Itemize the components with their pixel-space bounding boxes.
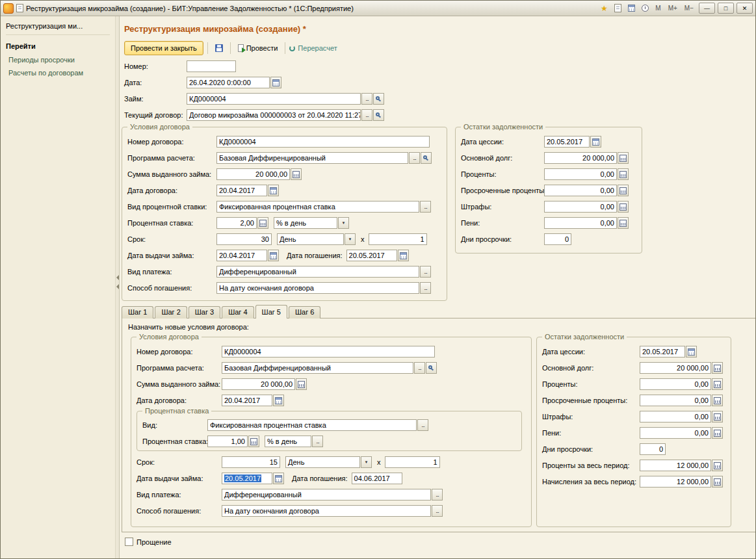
new-loan-amount-calc-button[interactable] (296, 378, 307, 390)
memory-mminus-button[interactable]: M− (682, 3, 696, 14)
penalties-calc-button[interactable] (618, 217, 629, 229)
loan-choose-button[interactable]: ... (361, 93, 372, 105)
new-rate-unit-choose-button[interactable]: ... (312, 436, 323, 447)
new-payment-type-input[interactable]: Дифференцированный (222, 489, 431, 500)
new-overdue-days-input[interactable]: 0 (640, 443, 666, 455)
tab-step-6[interactable]: Шаг 6 (289, 306, 320, 318)
penalties-input[interactable]: 0,00 (544, 217, 617, 229)
new-repayment-method-choose-button[interactable]: ... (432, 505, 443, 517)
current-contract-choose-button[interactable]: ... (361, 109, 372, 121)
calc-program-input[interactable]: Базовая Диффиренцированный (216, 152, 408, 164)
date-calendar-button[interactable] (270, 77, 281, 88)
new-cession-date-calendar-button[interactable] (686, 346, 697, 358)
period-interest-calc-button[interactable] (712, 460, 723, 471)
new-overdue-interest-calc-button[interactable] (712, 395, 723, 406)
new-cession-date-input[interactable]: 20.05.2017 (640, 346, 685, 358)
interest-input[interactable]: 0,00 (544, 168, 617, 180)
maturity-date-calendar-button[interactable] (398, 250, 409, 261)
new-rate-unit-select[interactable]: % в день (265, 436, 311, 447)
memory-m-button[interactable]: M (653, 3, 663, 14)
new-penalties-calc-button[interactable] (712, 427, 723, 439)
history-icon[interactable] (612, 3, 623, 14)
overdue-interest-input[interactable]: 0,00 (544, 185, 617, 196)
new-interest-input[interactable]: 0,00 (640, 378, 711, 390)
new-contract-number-input[interactable]: КД0000004 (222, 346, 435, 358)
new-contract-date-calendar-button[interactable] (273, 395, 284, 406)
overdue-days-input[interactable]: 0 (544, 233, 571, 245)
rate-unit-select[interactable]: % в день (274, 217, 337, 229)
loan-open-button[interactable] (373, 93, 384, 105)
rate-input[interactable]: 2,00 (216, 217, 257, 229)
new-principal-calc-button[interactable] (712, 362, 723, 374)
post-button[interactable]: Провести (235, 41, 281, 55)
loan-amount-calc-button[interactable] (291, 168, 302, 180)
new-term-unit-select[interactable]: День (285, 456, 360, 468)
close-button[interactable]: ✕ (736, 3, 753, 14)
tab-step-2[interactable]: Шаг 2 (155, 306, 187, 318)
calendar-tool-icon[interactable] (625, 3, 637, 14)
new-maturity-date-input[interactable]: 04.06.2017 (352, 473, 402, 484)
new-term-multiplier-input[interactable]: 1 (385, 456, 440, 468)
new-loan-amount-input[interactable]: 20 000,00 (222, 378, 295, 390)
contract-date-input[interactable]: 20.04.2017 (216, 185, 267, 196)
new-fines-calc-button[interactable] (712, 411, 723, 422)
sidebar-splitter[interactable] (115, 16, 120, 558)
new-term-unit-dropdown-button[interactable]: ▼ (361, 456, 372, 468)
new-calc-program-input[interactable]: Базовая Диффиренцированный (222, 362, 413, 374)
fines-calc-button[interactable] (618, 201, 629, 213)
save-button[interactable] (212, 41, 226, 55)
clock-tool-icon[interactable] (639, 3, 651, 14)
rate-type-choose-button[interactable]: ... (420, 201, 431, 213)
recalc-button[interactable]: Перерасчет (289, 44, 337, 52)
new-rate-input[interactable]: 1,00 (207, 436, 248, 447)
tab-step-3[interactable]: Шаг 3 (189, 306, 220, 318)
term-input[interactable]: 30 (216, 233, 272, 245)
memory-mplus-button[interactable]: M+ (666, 3, 680, 14)
loan-input[interactable]: КД0000004 (187, 93, 361, 105)
new-principal-input[interactable]: 20 000,00 (640, 362, 711, 374)
sidebar-link-contract-calculations[interactable]: Расчеты по договорам (8, 69, 110, 77)
contract-number-input[interactable]: КД0000004 (216, 136, 430, 148)
new-penalties-input[interactable]: 0,00 (640, 427, 711, 439)
new-calc-program-choose-button[interactable]: ... (414, 362, 425, 374)
post-and-close-button[interactable]: Провести и закрыть (124, 41, 203, 55)
repayment-method-choose-button[interactable]: ... (420, 282, 431, 294)
payment-type-choose-button[interactable]: ... (420, 266, 431, 278)
new-rate-calc-button[interactable] (248, 436, 259, 447)
rate-calc-button[interactable] (257, 217, 268, 229)
new-rate-type-choose-button[interactable]: ... (417, 419, 428, 431)
minimize-button[interactable]: — (699, 3, 715, 14)
new-issue-date-calendar-button[interactable] (273, 473, 284, 484)
new-overdue-interest-input[interactable]: 0,00 (640, 395, 711, 406)
term-multiplier-input[interactable]: 1 (369, 233, 427, 245)
tab-step-5[interactable]: Шаг 5 (255, 305, 287, 318)
current-contract-open-button[interactable] (373, 109, 384, 121)
principal-calc-button[interactable] (618, 152, 629, 164)
cession-date-calendar-button[interactable] (590, 136, 601, 148)
payment-type-input[interactable]: Дифференцированный (216, 266, 419, 278)
issue-date-calendar-button[interactable] (268, 250, 279, 261)
new-term-input[interactable]: 15 (222, 456, 280, 468)
contract-date-calendar-button[interactable] (268, 185, 279, 196)
tab-step-1[interactable]: Шаг 1 (122, 306, 153, 318)
new-calc-program-open-button[interactable] (426, 362, 437, 374)
period-interest-input[interactable]: 12 000,00 (640, 460, 711, 471)
issue-date-input[interactable]: 20.04.2017 (216, 250, 267, 261)
interest-calc-button[interactable] (618, 168, 629, 180)
new-issue-date-input[interactable]: 20.05.2017 (222, 473, 272, 484)
new-rate-type-input[interactable]: Фиксированная процентная ставка (207, 419, 417, 431)
new-repayment-method-input[interactable]: На дату окончания договора (222, 505, 431, 517)
overdue-interest-calc-button[interactable] (618, 185, 629, 196)
date-input[interactable]: 26.04.2020 0:00:00 (187, 77, 270, 88)
new-fines-input[interactable]: 0,00 (640, 411, 711, 422)
period-accruals-input[interactable]: 12 000,00 (640, 476, 711, 488)
new-payment-type-choose-button[interactable]: ... (432, 489, 443, 500)
period-accruals-calc-button[interactable] (712, 476, 723, 488)
favorites-star-icon[interactable]: ★ (598, 3, 610, 14)
number-input[interactable] (187, 60, 236, 72)
cession-date-input[interactable]: 20.05.2017 (544, 136, 590, 148)
term-unit-select[interactable]: День (277, 233, 344, 245)
calc-program-choose-button[interactable]: ... (409, 152, 420, 164)
principal-input[interactable]: 20 000,00 (544, 152, 617, 164)
calc-program-open-button[interactable] (421, 152, 432, 164)
